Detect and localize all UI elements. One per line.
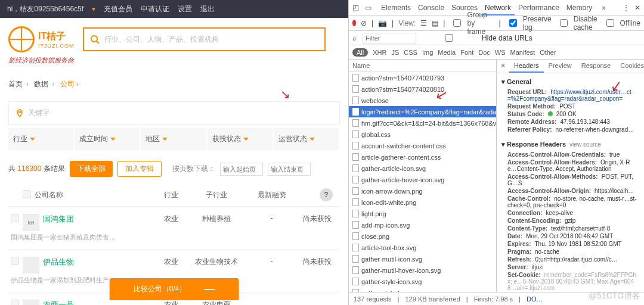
- header-row: Refresh: 0;url=http://radar.itjuzi.com//…: [501, 256, 639, 263]
- logout-link[interactable]: 退出: [200, 4, 215, 14]
- header-row: Set-Cookie: remember_code=FsRs8%2FFPGhx;…: [501, 271, 639, 292]
- minimize-icon[interactable]: —: [204, 283, 215, 295]
- help-icon[interactable]: ?: [320, 188, 333, 201]
- dt-close-icon[interactable]: ✕: [634, 4, 640, 12]
- type-CSS[interactable]: CSS: [404, 49, 417, 56]
- download-all-button[interactable]: 下载全部: [70, 161, 113, 177]
- settings-link[interactable]: 设置: [178, 4, 192, 14]
- detail-tab-cookies[interactable]: Cookies: [615, 60, 644, 73]
- request-row[interactable]: webclose: [349, 95, 496, 106]
- request-row[interactable]: login?redirect=%2Fcompany&flag=radar&rad…: [349, 106, 496, 117]
- hide-urls-checkbox[interactable]: [422, 34, 476, 42]
- cert-link[interactable]: 申请认证: [141, 4, 169, 14]
- group-frame-checkbox[interactable]: [453, 19, 461, 27]
- dt-tab-performance[interactable]: Performance: [515, 1, 563, 14]
- file-icon: [352, 266, 359, 274]
- disable-cache-checkbox[interactable]: [560, 19, 568, 27]
- request-row[interactable]: action?stm=1540774020810: [349, 83, 496, 95]
- detail-tab-response[interactable]: Response: [577, 60, 616, 73]
- view-large-icon[interactable]: ☰: [420, 19, 427, 27]
- dt-tab-console[interactable]: Console: [414, 1, 448, 14]
- add-album-button[interactable]: 加入专辑: [117, 161, 162, 177]
- company-name[interactable]: 伊品生物: [43, 257, 74, 266]
- select-all-checkbox[interactable]: [23, 190, 31, 198]
- end-page-input[interactable]: [268, 163, 311, 176]
- device-icon[interactable]: ▭: [365, 4, 371, 12]
- detail-tab-headers[interactable]: Headers: [509, 60, 544, 73]
- file-icon: [352, 85, 359, 93]
- close-details-icon[interactable]: ✕: [497, 60, 509, 73]
- type-All[interactable]: All: [352, 48, 368, 57]
- request-row[interactable]: action?stm=1540774020793: [349, 72, 496, 83]
- type-Doc[interactable]: Doc: [478, 49, 490, 56]
- row-checkbox[interactable]: [11, 214, 19, 222]
- type-Media[interactable]: Media: [438, 49, 456, 56]
- file-icon: [352, 74, 359, 82]
- filter-成立时间[interactable]: 成立时间: [75, 128, 140, 150]
- preserve-log-checkbox[interactable]: [509, 19, 517, 27]
- company-name[interactable]: 农商一号: [43, 300, 74, 305]
- request-row[interactable]: gather-style-hover-icon.svg: [349, 287, 496, 292]
- request-row[interactable]: icon-edit-white.png: [349, 197, 496, 208]
- name-column-header[interactable]: Name: [349, 60, 496, 72]
- compare-bar[interactable]: 比较公司（0/4） —: [110, 278, 239, 300]
- more-tabs-icon[interactable]: »: [602, 4, 606, 12]
- dt-menu-icon[interactable]: ⋮: [623, 4, 630, 12]
- filter-运营状态[interactable]: 运营状态: [274, 128, 339, 150]
- offline-checkbox[interactable]: [606, 19, 614, 27]
- filter-行业[interactable]: 行业: [8, 128, 73, 150]
- clear-icon[interactable]: ⊘: [361, 19, 367, 27]
- capture-icon[interactable]: 📷: [378, 19, 387, 27]
- row-checkbox[interactable]: [11, 300, 19, 305]
- request-row[interactable]: gather-article-hover-icon.svg: [349, 174, 496, 185]
- table-row[interactable]: kH国鸿集团国鸿集团是一家生猪养殖及肉类食…农业种植养殖-尚未获投: [8, 207, 340, 250]
- view-small-icon[interactable]: ▤: [432, 19, 438, 27]
- crumb-home[interactable]: 首页: [8, 80, 23, 88]
- filter-input[interactable]: [363, 33, 416, 43]
- filter-地区[interactable]: 地区: [141, 128, 206, 150]
- detail-tab-preview[interactable]: Preview: [544, 60, 577, 73]
- request-row[interactable]: global.css: [349, 129, 496, 140]
- request-row[interactable]: close.png: [349, 231, 496, 242]
- type-Other[interactable]: Other: [540, 49, 556, 56]
- search-input[interactable]: 行业、公司、人物、产品、投资机构: [83, 27, 326, 51]
- crumb-company[interactable]: 公司: [60, 80, 75, 88]
- type-Manifest[interactable]: Manifest: [510, 49, 535, 56]
- top-bar: hi，桔友09255b6456c5f ▾ 充值会员 申请认证 设置 退出: [0, 0, 348, 18]
- file-icon: [352, 130, 359, 138]
- start-page-input[interactable]: [220, 163, 263, 176]
- request-row[interactable]: gather-mutil-hover-icon.svg: [349, 264, 496, 276]
- request-row[interactable]: add-mp-icon.svg: [349, 219, 496, 231]
- dt-tab-memory[interactable]: Memory: [563, 1, 596, 14]
- keyword-input[interactable]: 关键字: [8, 101, 340, 125]
- file-icon: [352, 187, 359, 195]
- filter-获投状态[interactable]: 获投状态: [208, 128, 273, 150]
- filter-icon[interactable]: ⌕: [352, 34, 357, 42]
- search-icon: [90, 35, 100, 44]
- crumb-data[interactable]: 数据: [34, 80, 48, 88]
- request-row[interactable]: gather-article-icon.svg: [349, 163, 496, 174]
- record-icon[interactable]: [352, 20, 356, 26]
- request-row[interactable]: article-tool-box.svg: [349, 242, 496, 253]
- request-row[interactable]: gather-mutil-icon.svg: [349, 253, 496, 264]
- request-row[interactable]: hm.gif?cc=0&ck=1&cl=24-bit&ds=1366x768&v…: [349, 117, 496, 129]
- request-row[interactable]: icon-arrow-down.png: [349, 185, 496, 197]
- request-row[interactable]: gather-style-icon.svg: [349, 276, 496, 287]
- site-logo[interactable]: IT桔子ITJUZI.COM: [8, 26, 75, 52]
- company-logo-icon: [23, 257, 39, 273]
- devtools-panel: ◰ ▭ ElementsConsoleSourcesNetworkPerform…: [349, 0, 644, 305]
- dt-tab-elements[interactable]: Elements: [377, 1, 414, 14]
- row-checkbox[interactable]: [11, 257, 19, 265]
- type-WS[interactable]: WS: [495, 49, 506, 56]
- request-row[interactable]: article-gatherer-content.css: [349, 151, 496, 163]
- type-Img[interactable]: Img: [422, 49, 433, 56]
- type-XHR[interactable]: XHR: [373, 49, 386, 56]
- request-row[interactable]: light.png: [349, 208, 496, 219]
- vip-link[interactable]: 充值会员: [104, 4, 132, 14]
- inspect-icon[interactable]: ◰: [352, 4, 359, 12]
- request-row[interactable]: account-switcher-content.css: [349, 140, 496, 151]
- result-count: 共 116300 条结果: [8, 164, 65, 174]
- type-Font[interactable]: Font: [460, 49, 473, 56]
- company-name[interactable]: 国鸿集团: [43, 214, 74, 223]
- type-JS[interactable]: JS: [391, 49, 399, 56]
